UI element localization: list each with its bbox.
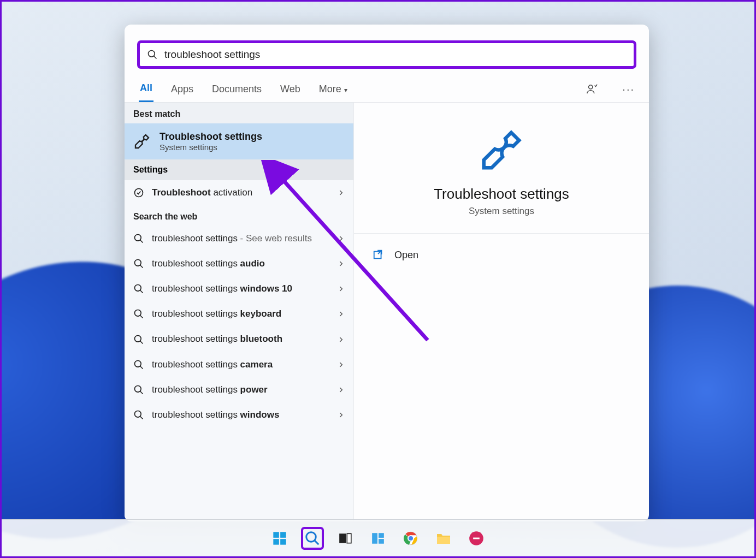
search-icon	[133, 359, 144, 370]
search-icon	[133, 409, 144, 420]
search-panel: All Apps Documents Web More ▾ ··· Best m…	[125, 25, 649, 521]
svg-rect-30	[372, 533, 377, 544]
svg-line-15	[140, 366, 143, 369]
chevron-right-icon	[337, 361, 345, 369]
svg-point-18	[135, 411, 141, 417]
detail-title: Troubleshoot settings	[434, 186, 569, 203]
search-icon	[133, 334, 144, 345]
svg-line-1	[154, 56, 157, 59]
search-input-wrap[interactable]	[139, 42, 635, 67]
svg-point-2	[589, 85, 593, 89]
chevron-right-icon	[337, 310, 345, 318]
chevron-right-icon	[337, 386, 345, 394]
svg-rect-32	[379, 539, 384, 544]
search-icon	[133, 283, 144, 294]
svg-point-12	[135, 335, 141, 342]
taskbar-search-button[interactable]	[302, 528, 323, 549]
open-action[interactable]: Open	[373, 245, 630, 265]
search-icon	[133, 233, 144, 244]
best-match-title: Troubleshoot settings	[160, 131, 262, 143]
web-result[interactable]: troubleshoot settings - See web results	[125, 226, 353, 251]
web-result[interactable]: troubleshoot settings camera	[125, 352, 353, 377]
svg-point-14	[135, 360, 141, 367]
open-icon	[373, 249, 385, 261]
web-result[interactable]: troubleshoot settings windows	[125, 402, 353, 428]
task-view-button[interactable]	[335, 528, 356, 549]
detail-subtitle: System settings	[469, 206, 534, 217]
search-tabs: All Apps Documents Web More ▾ ···	[125, 73, 649, 103]
feedback-icon[interactable]	[586, 83, 598, 95]
chevron-right-icon	[337, 260, 345, 268]
web-result[interactable]: troubleshoot settings windows 10	[125, 276, 353, 301]
svg-point-6	[135, 260, 141, 266]
svg-rect-25	[280, 539, 286, 545]
svg-line-27	[315, 540, 319, 544]
svg-point-0	[149, 51, 155, 57]
svg-rect-37	[437, 537, 450, 544]
chevron-right-icon	[337, 336, 345, 343]
settings-result-activation[interactable]: Troubleshoot activation	[125, 180, 353, 205]
svg-rect-22	[273, 532, 279, 538]
web-result[interactable]: troubleshoot settings keyboard	[125, 301, 353, 327]
svg-point-16	[135, 385, 141, 392]
svg-line-9	[140, 290, 143, 293]
search-input[interactable]	[164, 49, 627, 61]
svg-rect-23	[280, 532, 286, 538]
chevron-right-icon	[337, 189, 345, 197]
svg-line-13	[140, 341, 143, 343]
more-options-icon[interactable]: ···	[622, 83, 635, 96]
search-icon	[133, 258, 144, 269]
chrome-icon[interactable]	[400, 528, 421, 549]
tab-web[interactable]: Web	[279, 77, 302, 102]
web-result[interactable]: troubleshoot settings audio	[125, 251, 353, 276]
chevron-right-icon	[337, 235, 345, 242]
svg-point-3	[135, 189, 143, 197]
search-bar-row	[125, 25, 649, 73]
start-button[interactable]	[269, 528, 290, 549]
file-explorer-icon[interactable]	[433, 528, 454, 549]
best-match-result[interactable]: Troubleshoot settings System settings	[125, 123, 353, 159]
svg-rect-31	[379, 533, 384, 538]
web-result[interactable]: troubleshoot settings bluetooth	[125, 327, 353, 352]
detail-hero: Troubleshoot settings System settings	[354, 103, 649, 234]
search-icon	[133, 384, 144, 395]
open-label: Open	[394, 250, 418, 261]
tab-all[interactable]: All	[139, 76, 153, 102]
best-match-subtitle: System settings	[160, 143, 262, 152]
search-icon	[147, 49, 158, 60]
web-result[interactable]: troubleshoot settings power	[125, 377, 353, 402]
svg-point-8	[135, 285, 141, 292]
svg-point-10	[135, 310, 141, 317]
chevron-right-icon	[337, 285, 345, 293]
section-best-match: Best match	[125, 103, 353, 123]
results-column: Best match Troubleshoot settings System …	[125, 103, 354, 521]
section-settings: Settings	[125, 159, 353, 180]
tab-more[interactable]: More ▾	[318, 77, 349, 102]
svg-point-26	[306, 532, 316, 542]
svg-line-7	[140, 265, 143, 268]
svg-line-17	[140, 391, 143, 394]
taskbar	[2, 519, 754, 556]
detail-column: Troubleshoot settings System settings Op…	[354, 103, 649, 521]
svg-line-19	[140, 416, 143, 419]
app-icon[interactable]	[466, 528, 487, 549]
search-content: Best match Troubleshoot settings System …	[125, 103, 649, 521]
svg-point-4	[135, 235, 141, 241]
svg-line-11	[140, 316, 143, 318]
search-icon	[133, 308, 144, 319]
svg-rect-29	[347, 533, 351, 543]
widgets-button[interactable]	[368, 528, 388, 549]
check-circle-icon	[133, 187, 144, 198]
chevron-right-icon	[337, 411, 345, 419]
svg-rect-24	[273, 539, 279, 545]
svg-rect-28	[339, 533, 346, 543]
section-search-web: Search the web	[125, 205, 353, 226]
tab-documents[interactable]: Documents	[211, 77, 263, 102]
svg-line-5	[140, 240, 143, 243]
tab-apps[interactable]: Apps	[170, 77, 194, 102]
wrench-large-icon	[478, 127, 525, 174]
wrench-icon	[133, 133, 151, 150]
